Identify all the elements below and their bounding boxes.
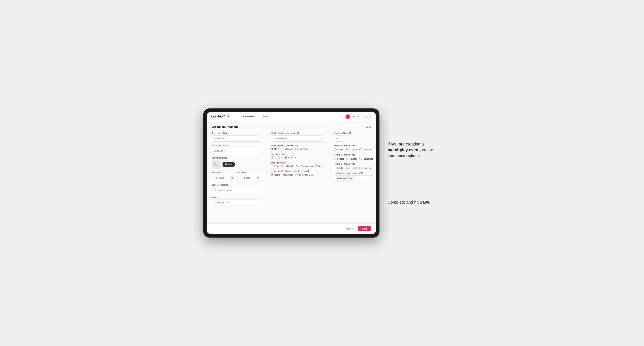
annotation-top: If you are creating a matchplay event, y… [388,141,441,158]
division-label: Which division is the event for? [271,132,324,134]
save-button[interactable]: Save [358,226,371,231]
chevron-down-icon: ▾ [370,177,371,179]
sponsor-input[interactable] [212,187,261,193]
teams-group: Is this event for Teams and/or Individua… [271,170,324,176]
upload-button[interactable]: Upload [222,162,235,167]
scoring-radio-group: Stroke Play Match Play Medal Match Play [271,165,324,167]
round-3[interactable]: 3 [284,156,289,159]
gender-label: Which gender is the event for? [271,145,324,147]
tournament-logo-group: Tournament logo Upload [212,157,261,169]
scoring-stroke-label: Stroke Play [274,165,284,167]
start-date-group: Start date 📅 [212,172,236,181]
annotation-top-bold: matchplay event, [388,148,421,152]
calendar-icon: 📅 [231,176,234,179]
cancel-button[interactable]: Cancel [344,226,356,231]
tournament-name-input[interactable] [212,148,261,154]
venue-group: Venue [212,196,261,205]
calendar-icon-end: 📅 [256,176,260,179]
gender-mens[interactable]: Mens [271,148,279,150]
annotation-bottom-before: Complete and hit [388,200,420,204]
round1-fourball-label: Fourball [350,149,357,151]
individuals-option[interactable]: Individuals Only [295,173,313,176]
round3-singles[interactable]: Singles [334,167,344,169]
nav-right: T Test User | Sign out [346,114,372,119]
round2-foursomes[interactable]: Foursomes [360,158,373,160]
round-3-label: 3 [288,157,289,159]
scoring-group: Scoring system Stroke Play Match Play [271,162,324,167]
round3-foursomes[interactable]: Foursomes [360,167,373,169]
logo-area: SCOREBOARD Powered by clippit [211,115,229,119]
scoring-medal[interactable]: Medal Match Play [301,165,321,167]
round3-fourball-label: Fourball [350,167,357,169]
teams-label: Is this event for Teams and/or Individua… [271,170,324,173]
max-team-size-input[interactable] [334,136,346,142]
user-name: Test User [352,115,360,118]
division-select[interactable]: NCAA Division I NCAA Division II NCAA Di… [271,136,324,142]
api-label: Use third-party live scoring API? [334,172,373,174]
page-header: Create Tournament ← Back [212,125,371,129]
venue-input[interactable] [212,199,261,205]
round2-singles-label: Singles [337,158,344,160]
nav-links: TOURNAMENTS TEAMS [236,112,346,121]
round2-label: Round 2 - Match Type [334,154,373,156]
round1-singles[interactable]: Singles [334,148,344,151]
tablet-frame: SCOREBOARD Powered by clippit TOURNAMENT… [203,108,380,238]
page-wrapper: SCOREBOARD Powered by clippit TOURNAMENT… [4,108,640,238]
start-date-wrapper: 📅 [212,175,236,181]
round3-label: Round 3 - Match Type [334,163,373,165]
division-group: Which division is the event for? NCAA Di… [271,132,324,142]
round3-fourball[interactable]: Fourball [346,167,357,169]
annotation-bottom: Complete and hit Save. [388,199,441,205]
division-select-wrapper: NCAA Division I NCAA Division II NCAA Di… [271,136,324,142]
round3-foursomes-label: Foursomes [363,167,373,169]
api-tag-close[interactable]: × [352,177,354,179]
round2-singles[interactable]: Singles [334,158,344,160]
page-title: Create Tournament [212,125,238,129]
logo-title: SCOREBOARD [211,115,229,117]
round1-fourball[interactable]: Fourball [346,148,357,151]
tournament-logo-label: Tournament logo [212,157,261,159]
teams-option[interactable]: Teams (+Individuals) [271,173,293,176]
sponsor-label: Sponsor (optional) [212,184,261,186]
form-container: Tournament Host Tournament name Tourname… [212,132,371,208]
round2-match-type-radios: Singles Fourball Foursomes [334,158,373,160]
tournament-host-label: Tournament Host [212,132,261,134]
back-button[interactable]: ← Back [363,126,371,128]
gender-womens[interactable]: Womens [282,148,293,150]
tournament-name-label: Tournament name [212,145,261,147]
main-content: Create Tournament ← Back Tournament Host… [207,121,376,223]
start-date-label: Start date [212,172,236,174]
annotation-bottom-after: . [429,200,430,204]
left-column: Tournament Host Tournament name Tourname… [212,132,261,208]
round-1-label: 1 [274,157,276,159]
scoring-stroke[interactable]: Stroke Play [271,165,284,167]
annotation-area: If you are creating a matchplay event, y… [388,141,441,205]
round3-singles-label: Singles [337,167,344,169]
logo-upload-area: Upload [212,160,261,169]
round-2[interactable]: 2 [278,156,282,159]
gender-womens-label: Womens [285,148,293,150]
end-date-group: End date 📅 [238,172,261,181]
api-tag: Leaderboard King × [336,176,355,179]
scoring-match[interactable]: Match Play [286,165,300,167]
venue-label: Venue [212,196,261,198]
gender-combined[interactable]: Combined [295,148,308,150]
end-date-label: End date [238,172,261,174]
round-4[interactable]: 4 [291,156,296,159]
teams-label-text: Teams (+Individuals) [274,174,293,176]
tournament-name-group: Tournament name [212,145,261,154]
round2-fourball[interactable]: Fourball [346,158,357,160]
round1-foursomes[interactable]: Foursomes [360,148,373,151]
api-select[interactable]: Leaderboard King × ▾ [334,175,373,180]
nav-separator: | [362,115,362,118]
sign-out-link[interactable]: Sign out [364,115,372,118]
tournament-host-input[interactable] [212,136,261,142]
date-row: Start date 📅 End date [212,172,261,181]
nav-teams[interactable]: TEAMS [258,112,272,121]
round2-foursomes-label: Foursomes [363,158,373,160]
round1-singles-label: Singles [337,149,344,151]
venue-wrapper [212,199,261,205]
round-1[interactable]: 1 [271,156,276,159]
nav-tournaments[interactable]: TOURNAMENTS [236,112,258,121]
round3-match-type-radios: Singles Fourball Foursomes [334,167,373,169]
